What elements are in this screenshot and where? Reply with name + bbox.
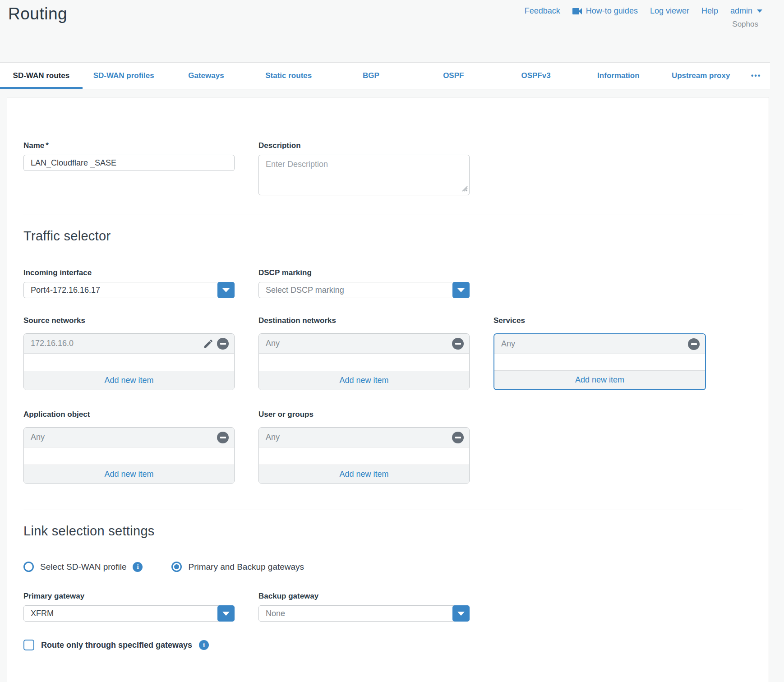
required-mark: * — [46, 141, 49, 150]
more-tabs-button[interactable]: ••• — [742, 63, 770, 89]
tab-ospf[interactable]: OSPF — [412, 63, 495, 89]
name-input[interactable] — [23, 155, 235, 171]
list-item: 172.16.16.0 — [24, 334, 234, 354]
help-link[interactable]: Help — [701, 6, 718, 16]
add-new-item-button[interactable]: Add new item — [24, 371, 234, 390]
howto-guides-link[interactable]: How-to guides — [572, 6, 638, 16]
description-label: Description — [258, 141, 470, 150]
services-box: Any Add new item — [493, 333, 706, 390]
tab-gateways[interactable]: Gateways — [165, 63, 248, 89]
tab-bgp[interactable]: BGP — [330, 63, 412, 89]
dscp-marking-label: DSCP marking — [258, 268, 470, 277]
tab-sdwan-profiles[interactable]: SD-WAN profiles — [83, 63, 165, 89]
list-item: Any — [24, 428, 234, 447]
link-selection-heading: Link selection settings — [23, 522, 743, 540]
incoming-interface-label: Incoming interface — [23, 268, 235, 277]
list-item: Any — [494, 334, 705, 354]
user-or-groups-box: Any Add new item — [258, 427, 470, 484]
list-item: Any — [259, 428, 469, 447]
sdwan-route-form: Name* Description — [7, 97, 769, 682]
primary-gateway-label: Primary gateway — [23, 592, 235, 601]
source-networks-label: Source networks — [23, 316, 235, 325]
incoming-interface-select[interactable]: Port4-172.16.16.17 — [23, 282, 235, 298]
route-only-checkbox[interactable] — [23, 640, 34, 650]
feedback-link[interactable]: Feedback — [525, 6, 560, 16]
remove-item-icon[interactable] — [452, 338, 464, 350]
add-new-item-button[interactable]: Add new item — [259, 371, 469, 390]
tab-sdwan-routes[interactable]: SD-WAN routes — [0, 63, 83, 89]
application-object-box: Any Add new item — [23, 427, 235, 484]
tab-upstream-proxy[interactable]: Upstream proxy — [659, 63, 742, 89]
dropdown-arrow-button[interactable] — [217, 282, 235, 298]
routing-tabbar: SD-WAN routes SD-WAN profiles Gateways S… — [0, 62, 770, 89]
user-or-groups-label: User or groups — [258, 410, 470, 419]
add-new-item-button[interactable]: Add new item — [494, 370, 705, 389]
info-icon[interactable]: i — [199, 640, 209, 650]
add-new-item-button[interactable]: Add new item — [259, 465, 469, 484]
dscp-marking-placeholder: Select DSCP marking — [259, 282, 469, 298]
tab-ospfv3[interactable]: OSPFv3 — [495, 63, 577, 89]
section-divider — [23, 215, 743, 215]
name-label: Name* — [23, 141, 235, 150]
list-item: Any — [259, 334, 469, 354]
section-divider — [23, 510, 743, 510]
primary-backup-radio[interactable] — [171, 562, 182, 572]
tab-information[interactable]: Information — [577, 63, 659, 89]
route-only-checkbox-label: Route only through specified gateways — [41, 641, 192, 650]
backup-gateway-value: None — [259, 606, 469, 621]
description-field-group: Description — [258, 141, 470, 195]
backup-gateway-select[interactable]: None — [258, 605, 470, 622]
services-label: Services — [493, 316, 706, 325]
name-field-group: Name* — [23, 141, 235, 171]
sdwan-profile-radio-label: Select SD-WAN profile — [40, 562, 126, 572]
backup-gateway-label: Backup gateway — [258, 592, 470, 601]
admin-menu[interactable]: admin — [730, 6, 762, 16]
remove-item-icon[interactable] — [217, 432, 229, 443]
remove-item-icon[interactable] — [452, 432, 464, 443]
resize-handle-icon[interactable] — [462, 185, 468, 194]
chevron-down-icon — [757, 9, 762, 13]
primary-gateway-select[interactable]: XFRM — [23, 605, 235, 622]
tab-static-routes[interactable]: Static routes — [247, 63, 330, 89]
destination-networks-label: Destination networks — [258, 316, 470, 325]
dropdown-arrow-button[interactable] — [217, 605, 235, 622]
log-viewer-link[interactable]: Log viewer — [650, 6, 689, 16]
incoming-interface-value: Port4-172.16.16.17 — [24, 282, 234, 298]
traffic-selector-heading: Traffic selector — [23, 227, 743, 245]
page-header: Routing Feedback How-to guides Log viewe… — [0, 0, 784, 62]
page-title: Routing — [8, 5, 67, 23]
edit-pencil-icon[interactable] — [203, 338, 214, 349]
sdwan-profile-radio[interactable] — [23, 562, 34, 572]
destination-networks-box: Any Add new item — [258, 333, 470, 390]
remove-item-icon[interactable] — [688, 338, 700, 350]
primary-gateway-value: XFRM — [24, 606, 234, 621]
description-textarea[interactable] — [258, 155, 470, 195]
remove-item-icon[interactable] — [217, 338, 229, 350]
source-networks-box: 172.16.16.0 Add new item — [23, 333, 235, 390]
top-nav: Feedback How-to guides Log viewer Help a… — [525, 6, 762, 16]
add-new-item-button[interactable]: Add new item — [24, 465, 234, 484]
dropdown-arrow-button[interactable] — [452, 282, 470, 298]
primary-backup-radio-label: Primary and Backup gateways — [188, 562, 304, 572]
dscp-marking-select[interactable]: Select DSCP marking — [258, 282, 470, 298]
video-camera-icon — [572, 8, 582, 15]
dropdown-arrow-button[interactable] — [452, 605, 470, 622]
info-icon[interactable]: i — [133, 562, 143, 572]
application-object-label: Application object — [23, 410, 235, 419]
brand-label: Sophos — [732, 20, 758, 29]
